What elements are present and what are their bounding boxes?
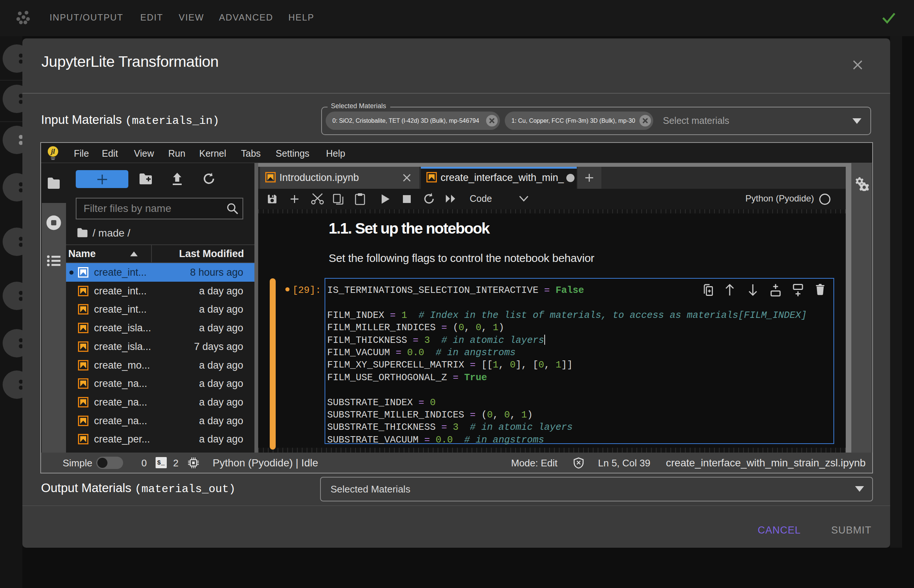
svg-text:jl: jl	[50, 147, 55, 155]
